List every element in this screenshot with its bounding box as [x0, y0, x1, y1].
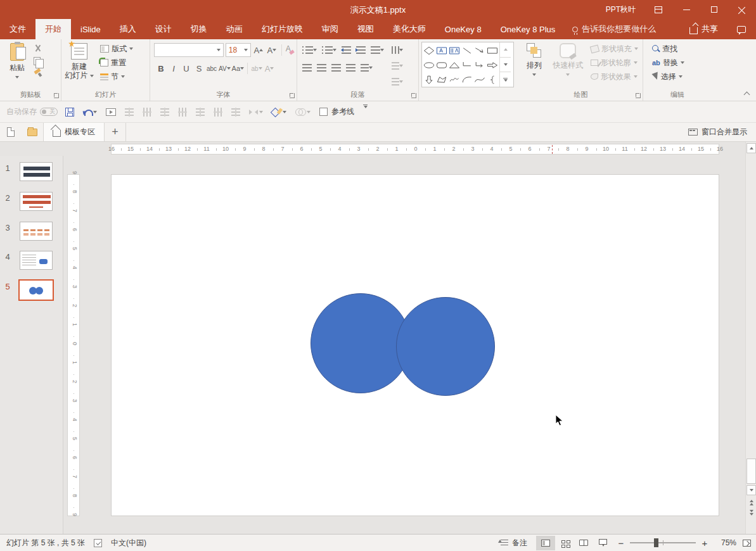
align-objects-top-button[interactable] [141, 104, 153, 120]
increase-indent-button[interactable] [354, 43, 368, 57]
shape-rounded-rectangle[interactable] [435, 58, 448, 72]
tell-me-box[interactable]: 告诉我你想要做什么 [565, 19, 663, 39]
reset-button[interactable]: 重置 [98, 56, 136, 70]
shape-outline-button[interactable]: 形状轮廓 [588, 56, 641, 70]
new-tab-button[interactable]: + [105, 123, 126, 141]
open-folder-button[interactable] [22, 123, 43, 141]
shape-diamond[interactable] [423, 43, 435, 58]
shape-elbow-connector[interactable] [461, 58, 473, 72]
ribbon-display-options-button[interactable] [644, 0, 672, 19]
merge-windows-button[interactable]: 窗口合并显示 [688, 123, 756, 141]
tab-transitions[interactable]: 切换 [181, 19, 217, 39]
tab-animations[interactable]: 动画 [217, 19, 252, 39]
gallery-scroll-down-button[interactable] [500, 58, 511, 73]
autosave-toggle[interactable]: 自动保存 关 [6, 106, 58, 117]
shape-oval[interactable] [423, 58, 435, 72]
start-from-current-slide-button[interactable] [105, 104, 117, 120]
new-document-button[interactable] [0, 123, 22, 141]
select-button[interactable]: 选择 [650, 70, 712, 84]
tab-template-zone[interactable]: 模板专区 [43, 123, 105, 141]
flip-objects-button[interactable] [248, 104, 264, 120]
minimize-button[interactable] [672, 0, 700, 19]
zoom-level[interactable]: 75% [714, 538, 736, 547]
save-button[interactable] [64, 104, 75, 120]
replace-button[interactable]: ab替换 [650, 56, 712, 70]
clipboard-dialog-launcher[interactable] [54, 93, 59, 98]
shape-elbow-arrow-connector[interactable] [473, 58, 486, 72]
collapse-ribbon-button[interactable] [745, 91, 750, 96]
tab-home[interactable]: 开始 [35, 19, 71, 39]
combine-shapes-button[interactable] [294, 104, 312, 120]
text-highlight-button[interactable]: ab [251, 62, 262, 75]
maximize-button[interactable] [700, 0, 728, 19]
vertical-scrollbar[interactable] [745, 142, 756, 534]
zoom-in-button[interactable]: + [701, 538, 708, 548]
grow-font-button[interactable]: A [253, 44, 264, 56]
slide-item-2[interactable]: 2 [0, 192, 63, 211]
slide-sorter-view-button[interactable] [555, 536, 574, 550]
shape-freeform[interactable] [435, 72, 448, 87]
align-objects-left-button[interactable] [124, 104, 135, 120]
shape-down-arrow[interactable] [423, 72, 435, 87]
tab-insert[interactable]: 插入 [110, 19, 146, 39]
zoom-slider-handle[interactable] [654, 538, 658, 547]
arrange-button[interactable]: 排列 [520, 39, 548, 87]
qat-overflow-button[interactable] [362, 104, 369, 120]
slide-thumbnail-2[interactable] [20, 192, 53, 211]
paste-button[interactable]: 粘贴 [3, 39, 32, 87]
shape-vertical-text-box[interactable] [448, 43, 461, 58]
convert-smartart-button[interactable] [389, 75, 406, 89]
slide-item-1[interactable]: 1 [0, 162, 63, 181]
bold-button[interactable]: B [155, 62, 167, 75]
bullets-button[interactable] [300, 43, 319, 57]
layout-button[interactable]: 版式 [98, 42, 136, 56]
italic-button[interactable]: I [168, 62, 179, 75]
shape-left-brace[interactable] [486, 72, 499, 87]
oval-shape-2[interactable] [396, 297, 495, 396]
align-center-button[interactable] [314, 61, 329, 75]
align-text-button[interactable] [389, 59, 406, 73]
scroll-down-button[interactable] [746, 485, 756, 495]
decrease-indent-button[interactable] [339, 43, 354, 57]
scroll-up-button[interactable] [746, 143, 756, 153]
quick-styles-button[interactable]: 快速样式 [550, 39, 586, 87]
underline-button[interactable]: U [181, 62, 192, 75]
zoom-slider[interactable] [630, 542, 696, 543]
slide-item-5[interactable]: 5 [0, 281, 63, 300]
align-left-button[interactable] [300, 61, 314, 75]
normal-view-button[interactable] [536, 536, 555, 550]
drawing-dialog-launcher[interactable] [636, 93, 641, 98]
slide-thumbnail-3[interactable] [20, 222, 53, 241]
columns-button[interactable] [358, 61, 375, 75]
shape-line[interactable] [461, 43, 473, 58]
slideshow-view-button[interactable] [593, 536, 612, 550]
slide-item-4[interactable]: 4 [0, 251, 63, 270]
shape-line-arrow[interactable] [473, 43, 486, 58]
previous-slide-button[interactable] [746, 498, 756, 507]
tab-meihua[interactable]: 美化大师 [383, 19, 435, 39]
align-objects-center-button[interactable] [159, 104, 170, 120]
gallery-scroll-up-button[interactable] [500, 42, 511, 58]
change-case-button[interactable]: Aa [232, 62, 244, 75]
distribute-vertically-button[interactable] [212, 104, 224, 120]
comments-button[interactable] [727, 19, 756, 39]
tab-slideshow[interactable]: 幻灯片放映 [252, 19, 312, 39]
shape-scribble[interactable] [448, 72, 461, 87]
font-size-combo[interactable]: 18 [226, 43, 251, 57]
character-spacing-button[interactable]: AV [219, 62, 231, 75]
tab-onekey8plus[interactable]: OneKey 8 Plus [491, 19, 565, 39]
fit-to-window-icon[interactable] [743, 540, 751, 547]
font-name-combo[interactable] [154, 43, 224, 57]
tab-onekey8[interactable]: OneKey 8 [435, 19, 491, 39]
scrollbar-thumb[interactable] [746, 459, 756, 484]
new-slide-button[interactable]: 新建幻灯片 [63, 39, 96, 87]
undo-button[interactable] [82, 104, 98, 120]
text-direction-button[interactable] [389, 43, 406, 57]
numbering-button[interactable] [319, 43, 339, 57]
merge-shapes-button[interactable] [271, 104, 288, 120]
shape-fill-button[interactable]: 形状填充 [588, 42, 641, 56]
close-button[interactable] [728, 0, 756, 19]
font-dialog-launcher[interactable] [290, 93, 295, 98]
subscript-button[interactable]: abc [206, 62, 217, 75]
shape-effects-button[interactable]: 形状效果 [588, 70, 641, 84]
